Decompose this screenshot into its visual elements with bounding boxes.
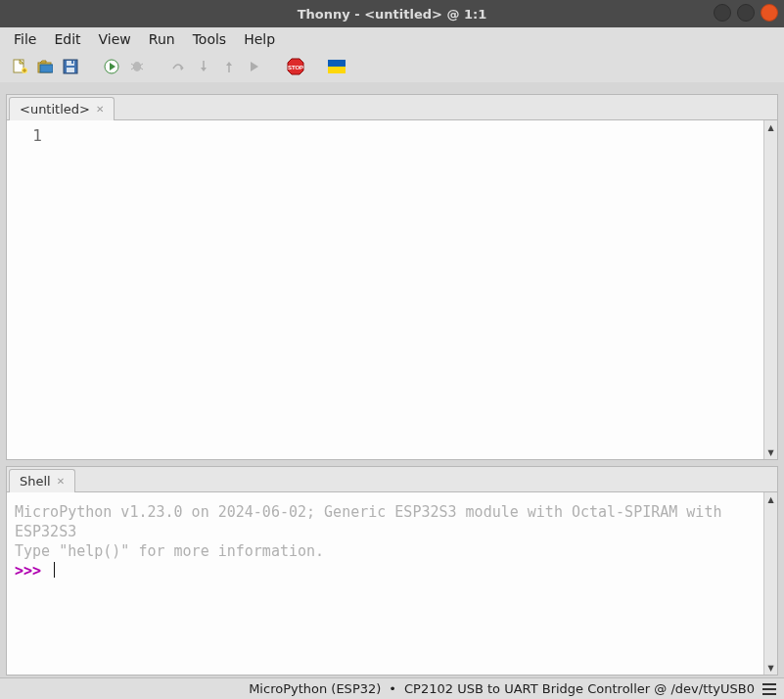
scroll-up-icon[interactable]: ▲ [764, 120, 777, 134]
maximize-button[interactable] [737, 4, 755, 22]
menu-help[interactable]: Help [236, 29, 283, 49]
stop-icon: STOP [287, 58, 304, 75]
shell-banner-line2: Type "help()" for more information. [15, 542, 324, 560]
editor-tabstrip: <untitled> ✕ [7, 95, 777, 120]
shell-prompt: >>> [15, 562, 50, 580]
menu-run[interactable]: Run [141, 29, 183, 49]
scroll-down-icon[interactable]: ▼ [764, 445, 777, 459]
line-number: 1 [7, 126, 42, 145]
menu-tools[interactable]: Tools [185, 29, 235, 49]
shell-output[interactable]: MicroPython v1.23.0 on 2024-06-02; Gener… [7, 492, 763, 675]
open-file-icon [37, 59, 53, 74]
minimize-button[interactable] [714, 4, 731, 22]
editor-body: 1 ▲ ▼ [7, 120, 777, 459]
scroll-up-icon[interactable]: ▲ [764, 492, 777, 506]
support-ukraine-button[interactable] [327, 57, 346, 76]
svg-point-14 [133, 62, 141, 71]
window-buttons [714, 4, 778, 22]
work-area: <untitled> ✕ 1 ▲ ▼ Shell ✕ MicroPython v… [6, 94, 778, 676]
line-number-gutter: 1 [7, 120, 58, 459]
shell-body: MicroPython v1.23.0 on 2024-06-02; Gener… [7, 492, 777, 675]
menu-edit[interactable]: Edit [46, 29, 88, 49]
step-into-button[interactable] [194, 57, 213, 76]
stop-button[interactable]: STOP [286, 57, 305, 76]
svg-rect-10 [67, 68, 74, 72]
menu-file[interactable]: File [6, 29, 44, 49]
text-caret [54, 562, 55, 578]
run-button[interactable] [102, 57, 121, 76]
toolbar: STOP [0, 51, 784, 82]
resume-button[interactable] [245, 57, 264, 76]
window-title: Thonny - <untitled> @ 1:1 [0, 7, 784, 22]
flag-icon [328, 60, 346, 73]
save-file-icon [63, 59, 78, 74]
debug-button[interactable] [127, 57, 147, 76]
shell-panel: Shell ✕ MicroPython v1.23.0 on 2024-06-0… [6, 466, 778, 676]
debug-icon [129, 59, 145, 74]
shell-tab-label: Shell [20, 474, 51, 489]
new-file-button[interactable] [10, 57, 29, 76]
status-port[interactable]: CP2102 USB to UART Bridge Controller @ /… [404, 681, 755, 696]
svg-marker-24 [251, 62, 258, 71]
svg-rect-28 [328, 67, 346, 73]
svg-rect-7 [40, 65, 53, 72]
status-interpreter[interactable]: MicroPython (ESP32) [249, 681, 381, 696]
step-out-button[interactable] [219, 57, 239, 76]
window-titlebar: Thonny - <untitled> @ 1:1 [0, 0, 784, 27]
resume-icon [247, 59, 262, 74]
open-file-button[interactable] [35, 57, 55, 76]
close-icon[interactable]: ✕ [57, 476, 65, 487]
status-bar: MicroPython (ESP32) • CP2102 USB to UART… [0, 677, 784, 699]
svg-marker-23 [226, 62, 232, 66]
shell-banner-line1: MicroPython v1.23.0 on 2024-06-02; Gener… [15, 503, 731, 540]
svg-marker-21 [201, 68, 207, 71]
shell-scrollbar[interactable]: ▲ ▼ [763, 492, 777, 675]
editor-tab-untitled[interactable]: <untitled> ✕ [9, 97, 115, 120]
save-file-button[interactable] [61, 57, 80, 76]
step-over-button[interactable] [168, 57, 188, 76]
svg-marker-6 [40, 61, 46, 63]
scroll-down-icon[interactable]: ▼ [764, 661, 777, 675]
hamburger-menu-icon[interactable] [762, 683, 776, 695]
code-editor[interactable] [58, 120, 763, 459]
editor-scrollbar[interactable]: ▲ ▼ [763, 120, 777, 459]
shell-tab[interactable]: Shell ✕ [9, 469, 75, 492]
shell-tabstrip: Shell ✕ [7, 467, 777, 492]
run-icon [104, 59, 119, 74]
svg-rect-11 [71, 61, 73, 64]
menu-view[interactable]: View [91, 29, 139, 49]
status-separator: • [389, 681, 396, 696]
step-out-icon [221, 59, 237, 74]
editor-tab-label: <untitled> [20, 102, 90, 116]
menu-bar: File Edit View Run Tools Help [0, 27, 784, 51]
svg-text:STOP: STOP [288, 65, 303, 70]
svg-rect-27 [328, 60, 346, 67]
step-into-icon [196, 59, 211, 74]
step-over-icon [170, 59, 186, 74]
editor-panel: <untitled> ✕ 1 ▲ ▼ [6, 94, 778, 460]
close-icon[interactable]: ✕ [96, 104, 104, 115]
close-window-button[interactable] [761, 4, 778, 22]
new-file-icon [12, 59, 27, 74]
